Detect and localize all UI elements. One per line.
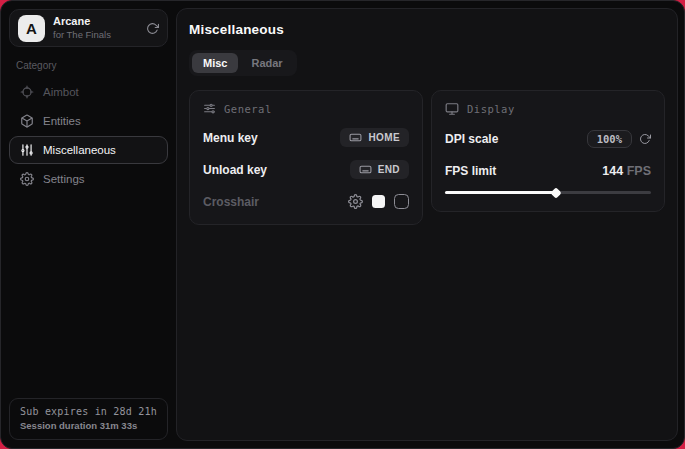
desktop-background: A Arcane for The Finals Category Aimbot <box>0 0 685 449</box>
brand-name: Arcane <box>53 15 111 28</box>
menu-key-value: HOME <box>368 132 400 143</box>
dpi-reset-icon[interactable] <box>639 133 651 145</box>
display-card-header: Display <box>445 102 651 116</box>
display-card: Display DPI scale 100% FPS limit <box>431 90 665 212</box>
category-label: Category <box>16 60 161 71</box>
keyboard-icon <box>359 163 372 176</box>
fps-number: 144 <box>602 164 623 178</box>
crosshair-controls <box>348 194 409 209</box>
monitor-icon <box>445 102 459 116</box>
menu-key-binding[interactable]: HOME <box>340 128 409 147</box>
brand-card: A Arcane for The Finals <box>9 9 168 47</box>
sidebar-item-label: Settings <box>43 173 85 185</box>
sliders-icon <box>20 143 34 157</box>
fps-unit: FPS <box>627 164 651 178</box>
session-duration-text: Session duration 31m 33s <box>20 420 157 431</box>
sidebar-item-entities[interactable]: Entities <box>9 107 168 135</box>
unload-key-row: Unload key END <box>203 160 409 179</box>
sidebar-item-miscellaneous[interactable]: Miscellaneous <box>9 136 168 164</box>
crosshair-icon <box>20 85 34 99</box>
sidebar-nav: Aimbot Entities Miscellaneous <box>9 78 168 193</box>
menu-key-row: Menu key HOME <box>203 128 409 147</box>
unload-key-label: Unload key <box>203 163 267 177</box>
brand-subtitle: for The Finals <box>53 29 111 40</box>
sub-expires-text: Sub expires in 28d 21h <box>20 406 157 417</box>
general-card-title: General <box>224 103 272 115</box>
box-icon <box>20 114 34 128</box>
crosshair-label: Crosshair <box>203 195 259 209</box>
sliders-horizontal-icon <box>203 102 216 115</box>
fps-value: 144 FPS <box>602 164 651 178</box>
page-title: Miscellaneous <box>189 22 665 37</box>
dpi-value-input[interactable]: 100% <box>587 130 632 148</box>
tab-misc[interactable]: Misc <box>192 53 238 73</box>
main-panel: Miscellaneous Misc Radar General Menu ke… <box>176 8 678 441</box>
general-card-header: General <box>203 102 409 115</box>
dpi-control: 100% <box>587 130 651 148</box>
dpi-scale-row: DPI scale 100% <box>445 129 651 148</box>
tab-radar[interactable]: Radar <box>240 53 293 73</box>
crosshair-outline-swatch[interactable] <box>394 194 409 209</box>
general-card: General Menu key HOME Unload key <box>189 90 423 225</box>
fps-limit-row: FPS limit 144 FPS <box>445 161 651 180</box>
subscription-box: Sub expires in 28d 21h Session duration … <box>9 398 168 440</box>
crosshair-settings-gear-icon[interactable] <box>348 194 363 209</box>
sidebar: A Arcane for The Finals Category Aimbot <box>1 1 176 448</box>
cards-row: General Menu key HOME Unload key <box>189 90 665 225</box>
sidebar-item-label: Aimbot <box>43 86 79 98</box>
sidebar-item-settings[interactable]: Settings <box>9 165 168 193</box>
avatar: A <box>18 15 45 42</box>
fps-limit-label: FPS limit <box>445 164 496 178</box>
display-card-title: Display <box>467 103 515 115</box>
sidebar-item-label: Entities <box>43 115 81 127</box>
sidebar-item-label: Miscellaneous <box>43 144 116 156</box>
keyboard-icon <box>349 131 362 144</box>
brand-text: Arcane for The Finals <box>53 15 111 41</box>
dpi-scale-label: DPI scale <box>445 132 498 146</box>
crosshair-row: Crosshair <box>203 192 409 211</box>
menu-key-label: Menu key <box>203 131 258 145</box>
unload-key-binding[interactable]: END <box>350 160 409 179</box>
fps-slider-thumb[interactable] <box>551 187 562 198</box>
fps-slider[interactable] <box>445 186 651 198</box>
crosshair-color-swatch[interactable] <box>372 195 385 208</box>
refresh-icon[interactable] <box>146 22 159 35</box>
app-window: A Arcane for The Finals Category Aimbot <box>0 0 685 449</box>
unload-key-value: END <box>378 164 400 175</box>
fps-slider-fill <box>445 191 556 194</box>
tab-bar: Misc Radar <box>189 50 297 76</box>
gear-icon <box>20 172 34 186</box>
sidebar-item-aimbot[interactable]: Aimbot <box>9 78 168 106</box>
